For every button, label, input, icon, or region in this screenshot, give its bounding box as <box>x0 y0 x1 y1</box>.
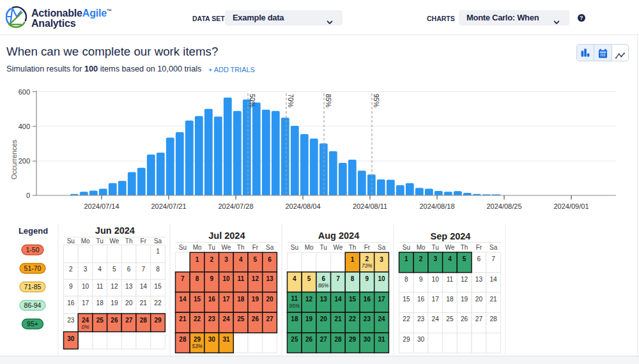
svg-text:600: 600 <box>19 88 30 96</box>
svg-text:Fr: Fr <box>364 244 371 251</box>
svg-text:2024/07/14: 2024/07/14 <box>84 202 119 210</box>
svg-text:5: 5 <box>254 256 258 263</box>
svg-text:25: 25 <box>291 336 298 343</box>
svg-text:9: 9 <box>69 283 73 290</box>
svg-text:22: 22 <box>194 315 201 322</box>
svg-text:Th: Th <box>349 244 357 251</box>
svg-text:5: 5 <box>307 275 311 282</box>
svg-text:30: 30 <box>208 336 216 343</box>
svg-text:18: 18 <box>291 315 298 322</box>
svg-text:25: 25 <box>96 317 104 324</box>
svg-text:17: 17 <box>82 300 89 307</box>
svg-text:85%: 85% <box>325 94 332 107</box>
svg-text:26: 26 <box>305 336 313 343</box>
svg-text:9: 9 <box>210 275 213 282</box>
svg-text:12: 12 <box>305 296 313 303</box>
svg-text:21: 21 <box>489 296 497 303</box>
svg-text:28: 28 <box>334 336 342 343</box>
svg-text:18: 18 <box>96 300 104 307</box>
svg-text:2: 2 <box>69 266 73 273</box>
svg-text:2024/07/21: 2024/07/21 <box>151 202 186 210</box>
svg-text:Th: Th <box>461 244 468 251</box>
svg-text:9: 9 <box>366 275 369 282</box>
svg-text:Su: Su <box>403 244 410 251</box>
svg-text:26: 26 <box>461 315 468 322</box>
svg-text:5: 5 <box>463 255 466 262</box>
svg-text:12: 12 <box>111 283 118 290</box>
svg-text:Occurrences: Occurrences <box>10 139 18 179</box>
svg-text:13: 13 <box>320 296 328 303</box>
svg-text:30: 30 <box>67 335 75 342</box>
svg-text:7: 7 <box>141 266 145 273</box>
svg-text:Su: Su <box>67 238 75 245</box>
svg-text:8: 8 <box>196 275 199 282</box>
svg-text:8: 8 <box>156 266 160 273</box>
svg-text:15: 15 <box>349 296 357 303</box>
svg-text:Su: Su <box>179 244 187 251</box>
svg-text:27: 27 <box>475 315 483 322</box>
svg-text:10: 10 <box>432 276 440 283</box>
svg-text:Sa: Sa <box>489 244 498 251</box>
svg-text:2024/08/04: 2024/08/04 <box>285 202 320 210</box>
svg-text:8: 8 <box>404 276 408 283</box>
svg-text:13: 13 <box>475 276 483 283</box>
svg-text:Tu: Tu <box>320 244 327 251</box>
svg-text:25: 25 <box>446 315 454 322</box>
svg-text:30: 30 <box>364 336 371 343</box>
svg-text:1: 1 <box>196 256 199 263</box>
svg-text:29: 29 <box>154 317 162 324</box>
svg-text:95+: 95+ <box>27 320 38 328</box>
svg-text:16: 16 <box>364 296 371 303</box>
svg-text:We: We <box>109 238 119 245</box>
svg-text:22: 22 <box>403 315 410 322</box>
svg-text:Tu: Tu <box>432 244 439 251</box>
svg-text:3: 3 <box>433 255 437 262</box>
svg-text:Sep 2024: Sep 2024 <box>431 231 471 241</box>
svg-text:Fr: Fr <box>252 244 259 251</box>
svg-text:We: We <box>222 244 231 251</box>
svg-text:23: 23 <box>67 317 75 324</box>
svg-text:21: 21 <box>140 300 148 307</box>
svg-text:18: 18 <box>446 296 454 303</box>
svg-text:13: 13 <box>266 275 274 282</box>
svg-text:Tu: Tu <box>208 244 215 251</box>
svg-text:24: 24 <box>222 315 230 322</box>
svg-text:86%: 86% <box>318 282 329 289</box>
svg-text:51-70: 51-70 <box>24 264 42 272</box>
svg-text:16: 16 <box>417 296 425 303</box>
svg-text:29: 29 <box>349 336 357 343</box>
svg-text:14: 14 <box>489 276 497 283</box>
svg-text:20: 20 <box>125 300 133 307</box>
svg-text:28: 28 <box>140 317 148 324</box>
svg-text:Th: Th <box>125 238 133 245</box>
svg-text:We: We <box>334 244 343 251</box>
svg-text:23: 23 <box>417 315 425 322</box>
svg-text:29: 29 <box>403 336 410 343</box>
svg-text:20: 20 <box>320 315 328 322</box>
svg-text:1: 1 <box>351 256 355 263</box>
svg-text:24: 24 <box>432 315 440 322</box>
svg-text:27: 27 <box>266 315 274 322</box>
svg-text:26: 26 <box>252 315 259 322</box>
svg-text:4: 4 <box>98 266 102 273</box>
svg-text:3: 3 <box>380 256 383 263</box>
svg-text:2: 2 <box>419 255 423 262</box>
svg-text:200: 200 <box>19 157 30 165</box>
svg-text:We: We <box>445 244 455 251</box>
svg-text:Jul 2024: Jul 2024 <box>208 231 245 241</box>
svg-text:23: 23 <box>364 315 371 322</box>
svg-text:10: 10 <box>82 283 89 290</box>
svg-text:0%: 0% <box>82 324 90 330</box>
svg-text:17: 17 <box>222 296 230 303</box>
svg-text:14: 14 <box>334 296 342 303</box>
svg-text:14: 14 <box>140 283 148 290</box>
svg-text:Fr: Fr <box>141 238 147 245</box>
svg-text:Tu: Tu <box>96 238 104 245</box>
svg-text:11: 11 <box>96 283 104 290</box>
svg-text:1: 1 <box>404 255 408 262</box>
svg-text:27: 27 <box>320 336 328 343</box>
svg-text:21: 21 <box>334 315 342 322</box>
svg-text:16: 16 <box>208 296 216 303</box>
svg-text:9: 9 <box>419 276 423 283</box>
svg-text:1-50: 1-50 <box>26 246 39 254</box>
